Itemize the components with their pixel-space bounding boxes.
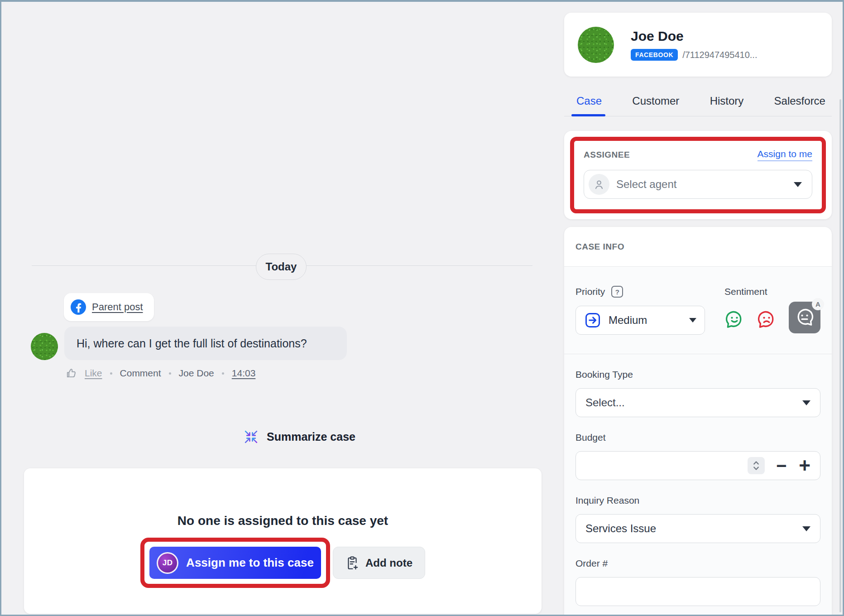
date-divider-label: Today [266,260,297,273]
summarize-case-button[interactable]: Summarize case [244,429,355,444]
tab-salesforce[interactable]: Salesforce [774,95,825,107]
order-number-label: Order # [575,558,820,569]
tab-case[interactable]: Case [576,95,602,107]
date-divider-pill: Today [256,254,307,280]
agent-placeholder-icon [589,174,609,195]
booking-type-label: Booking Type [575,369,820,380]
customer-handle: /7112947495410... [682,50,757,60]
customer-name: Joe Doe [631,29,757,44]
meta-separator [110,372,112,375]
sentiment-neutral-selected[interactable]: A [789,302,820,333]
order-number-input[interactable] [575,577,820,606]
customer-message-text: Hi, where can I get the full list of des… [77,337,307,350]
app-window: Today Parent post Hi, where can I get th… [0,0,844,616]
agent-select-placeholder: Select agent [616,178,676,191]
note-clipboard-icon [345,556,359,570]
inquiry-reason-label: Inquiry Reason [575,495,820,506]
unassigned-case-card: No one is assigned to this case yet JD A… [24,468,542,614]
add-note-label: Add note [365,557,412,569]
chevron-down-icon [689,318,696,322]
budget-label: Budget [575,432,820,443]
priority-value: Medium [609,314,647,327]
sidebar-tabs: Case Customer History Salesforce [564,95,832,116]
message-meta-row: Like Comment Joe Doe 14:03 [65,366,255,380]
channel-badge: FACEBOOK [631,49,678,61]
customer-message-bubble: Hi, where can I get the full list of des… [64,327,347,360]
inquiry-reason-select[interactable]: Services Issue [575,514,820,543]
message-timestamp[interactable]: 14:03 [232,368,256,379]
facebook-icon [71,299,86,315]
section-divider [564,354,832,354]
sentiment-negative-icon[interactable] [757,310,777,330]
agent-select[interactable]: Select agent [584,170,812,199]
like-link[interactable]: Like [85,368,102,379]
budget-input[interactable]: − + [575,451,820,480]
booking-type-value: Select... [585,396,625,409]
customer-profile-avatar [578,27,614,63]
message-author: Joe Doe [179,368,214,379]
assign-me-label: Assign me to this case [186,556,314,570]
assign-me-button[interactable]: JD Assign me to this case [149,547,321,579]
add-note-button[interactable]: Add note [333,547,425,579]
meta-separator [169,372,171,375]
customer-profile-card: Joe Doe FACEBOOK /7112947495410... [564,13,832,77]
budget-stepper[interactable] [748,457,765,474]
assign-button-highlight: JD Assign me to this case [140,538,330,588]
booking-type-select[interactable]: Select... [575,388,820,417]
auto-sentiment-badge: A [812,298,824,310]
parent-post-link[interactable]: Parent post [64,293,154,321]
meta-separator [222,372,224,375]
case-info-title: CASE INFO [575,242,624,252]
parent-post-label: Parent post [92,301,143,313]
case-sidebar: Joe Doe FACEBOOK /7112947495410... Case … [564,2,832,616]
assignee-label: ASSIGNEE [584,150,630,160]
priority-label: Priority [575,286,605,297]
chevron-down-icon [794,182,802,187]
empty-state-title: No one is assigned to this case yet [24,514,542,528]
empty-state-actions: JD Assign me to this case Add note [24,538,542,588]
comment-link[interactable]: Comment [120,368,161,379]
assignee-highlight: ASSIGNEE Assign to me Select agent [570,137,826,213]
tab-customer[interactable]: Customer [632,95,679,107]
thumbs-up-icon[interactable] [65,367,77,379]
priority-medium-icon [584,312,601,329]
agent-initials-avatar: JD [157,552,178,574]
assign-to-me-link[interactable]: Assign to me [758,149,812,161]
case-info-card: CASE INFO Priority ? [564,227,832,616]
sentiment-positive-icon[interactable] [724,310,744,330]
conversation-panel: Today Parent post Hi, where can I get th… [1,2,559,615]
tab-history[interactable]: History [710,95,744,107]
chevron-down-icon [802,526,810,531]
customer-avatar [31,333,58,360]
inquiry-reason-value: Services Issue [585,522,656,535]
chevron-down-icon [802,400,810,405]
summarize-case-label: Summarize case [267,430,355,443]
ai-sparkle-icon [244,429,259,444]
assignee-card: ASSIGNEE Assign to me Select agent [564,131,832,219]
sentiment-label: Sentiment [724,286,767,297]
priority-select[interactable]: Medium [575,306,705,335]
sidebar-scrollbar[interactable] [839,99,841,612]
priority-help-icon[interactable]: ? [611,286,623,298]
